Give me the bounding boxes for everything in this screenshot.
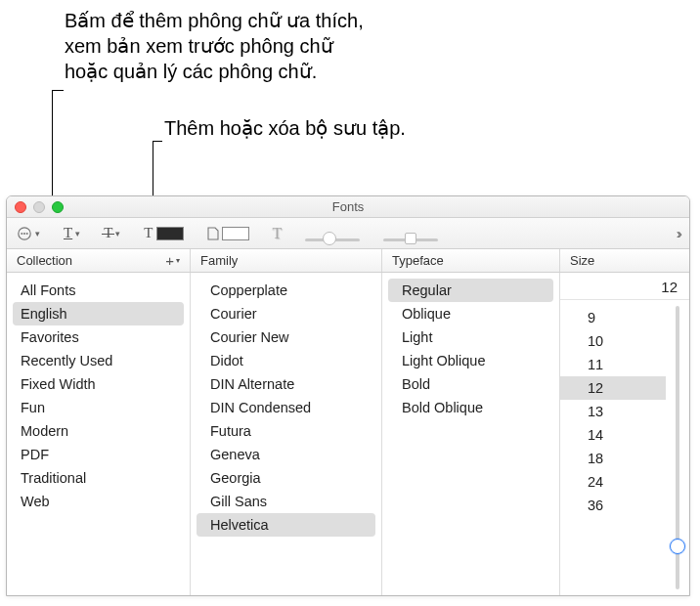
list-item[interactable]: Gill Sans [191, 490, 381, 513]
font-actions-menu[interactable]: ▾ [17, 226, 40, 241]
size-header-label: Size [570, 253, 594, 268]
chevron-down-icon: ▾ [35, 229, 40, 238]
list-item[interactable]: Bold [382, 372, 559, 396]
list-item[interactable]: PDF [7, 443, 190, 466]
chevron-down-icon: ▾ [176, 256, 180, 265]
column-headers: Collection +▾ Family Typeface Size [7, 249, 689, 273]
callout-manage-fonts: Bấm để thêm phông chữ ưa thích, xem bản … [65, 8, 364, 84]
window-controls [15, 201, 64, 213]
list-item[interactable]: Courier New [191, 325, 381, 349]
list-item[interactable]: Bold Oblique [382, 396, 559, 419]
callout-text: Thêm hoặc xóa bộ sưu tập. [164, 115, 406, 141]
callout-text: xem bản xem trước phông chữ [65, 33, 364, 59]
shadow-blur-slider[interactable] [383, 224, 438, 243]
document-color-picker[interactable] [207, 227, 249, 240]
list-item[interactable]: 18 [560, 447, 666, 470]
size-header: Size [560, 249, 689, 272]
collection-list[interactable]: All FontsEnglishFavoritesRecently UsedFi… [7, 273, 191, 595]
list-item[interactable]: 36 [560, 494, 666, 517]
list-item[interactable]: Didot [191, 349, 381, 372]
panel-body: All FontsEnglishFavoritesRecently UsedFi… [7, 273, 689, 595]
list-item[interactable]: Light Oblique [382, 349, 559, 372]
zoom-window-button[interactable] [52, 201, 64, 213]
size-field[interactable]: 12 [560, 273, 689, 300]
svg-point-2 [23, 233, 25, 235]
svg-point-3 [26, 233, 28, 235]
titlebar: Fonts [7, 196, 689, 218]
svg-point-1 [21, 233, 22, 235]
list-item[interactable]: Futura [191, 419, 381, 443]
list-item[interactable]: 10 [560, 329, 666, 353]
collection-header-label: Collection [17, 253, 72, 268]
shadow-opacity-slider[interactable] [305, 224, 360, 243]
add-collection-button[interactable]: +▾ [165, 252, 180, 269]
size-list[interactable]: 91011121314182436 [560, 300, 666, 595]
background-color-swatch [222, 227, 249, 240]
close-window-button[interactable] [15, 201, 26, 213]
fonts-window: Fonts ▾ T ▾ T ▾ T T [6, 195, 690, 596]
minimize-window-button[interactable] [33, 201, 45, 213]
list-item[interactable]: DIN Alternate [191, 372, 381, 396]
text-color-swatch [156, 227, 184, 240]
list-item[interactable]: Recently Used [7, 349, 190, 372]
list-item[interactable]: DIN Condensed [191, 396, 381, 419]
list-item[interactable]: Fixed Width [7, 372, 190, 396]
chevron-down-icon: ▾ [115, 229, 120, 238]
strikethrough-menu[interactable]: T ▾ [104, 225, 120, 241]
list-item[interactable]: Courier [191, 302, 381, 325]
list-item[interactable]: Georgia [191, 466, 381, 490]
collection-header: Collection +▾ [7, 249, 191, 272]
callout-text: Bấm để thêm phông chữ ưa thích, [65, 8, 364, 33]
list-item[interactable]: 14 [560, 423, 666, 447]
text-shadow-toggle[interactable]: T [273, 225, 283, 242]
text-color-picker[interactable]: T [144, 225, 183, 241]
page-icon [207, 227, 219, 240]
window-title: Fonts [7, 199, 689, 214]
list-item[interactable]: 13 [560, 400, 666, 423]
list-item[interactable]: All Fonts [7, 279, 190, 302]
plus-icon: + [165, 252, 174, 269]
family-header: Family [191, 249, 382, 272]
list-item[interactable]: Geneva [191, 443, 381, 466]
family-header-label: Family [200, 253, 238, 268]
callout-add-collection: Thêm hoặc xóa bộ sưu tập. [164, 115, 406, 141]
underline-menu[interactable]: T ▾ [64, 225, 80, 241]
size-column: 12 91011121314182436 [560, 273, 689, 595]
list-item[interactable]: Oblique [382, 302, 559, 325]
typeface-header-label: Typeface [392, 253, 444, 268]
list-item[interactable]: Fun [7, 396, 190, 419]
list-item[interactable]: 12 [560, 376, 666, 400]
list-item[interactable]: English [13, 302, 184, 325]
list-item[interactable]: Modern [7, 419, 190, 443]
list-item[interactable]: Favorites [7, 325, 190, 349]
callout-line [153, 141, 162, 142]
toolbar-overflow-button[interactable]: ›› [677, 226, 679, 241]
typeface-header: Typeface [382, 249, 560, 272]
toolbar: ▾ T ▾ T ▾ T T ›› [7, 218, 689, 249]
callouts-text: hoặc quản lý các phông chữ. [65, 59, 364, 84]
list-item[interactable]: 11 [560, 353, 666, 376]
list-item[interactable]: Web [7, 490, 190, 513]
size-slider[interactable] [666, 300, 689, 595]
list-item[interactable]: 24 [560, 470, 666, 494]
list-item[interactable]: Traditional [7, 466, 190, 490]
list-item[interactable]: 9 [560, 306, 666, 329]
list-item[interactable]: Copperplate [191, 279, 381, 302]
chevron-down-icon: ▾ [75, 229, 80, 238]
list-item[interactable]: Light [382, 325, 559, 349]
typeface-list[interactable]: RegularObliqueLightLight ObliqueBoldBold… [382, 273, 560, 595]
callout-line [52, 90, 64, 91]
list-item[interactable]: Regular [388, 279, 553, 302]
list-item[interactable]: Helvetica [197, 513, 375, 537]
family-list[interactable]: CopperplateCourierCourier NewDidotDIN Al… [191, 273, 382, 595]
